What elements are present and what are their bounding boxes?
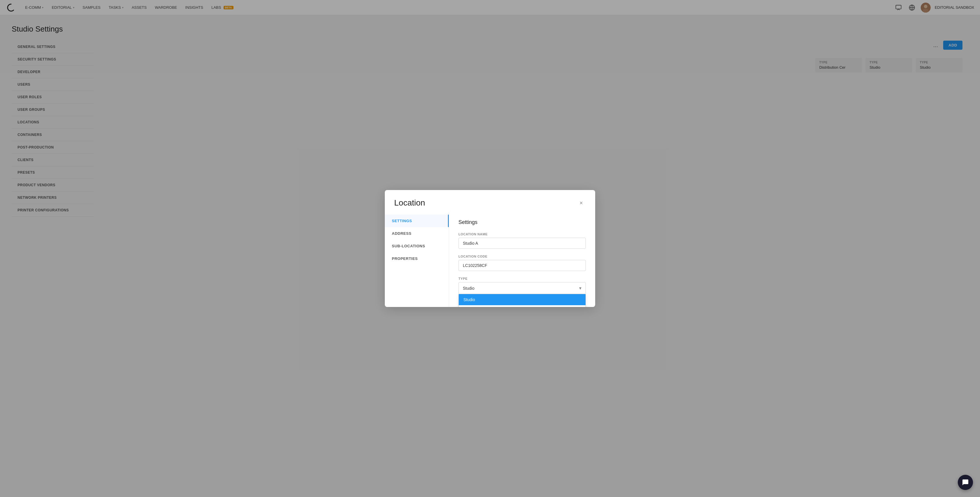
type-label: TYPE (458, 277, 586, 280)
type-selected-value: Studio (463, 286, 474, 291)
settings-section-title: Settings (458, 219, 586, 225)
chevron-down-icon: ▾ (579, 285, 581, 291)
dropdown-option-studio[interactable]: Studio (459, 294, 585, 305)
location-name-group: LOCATION NAME (458, 233, 586, 249)
dropdown-option-set[interactable]: Set (459, 305, 585, 307)
location-code-input[interactable] (458, 260, 586, 271)
dialog-sidebar: SETTINGS ADDRESS SUB-LOCATIONS PROPERTIE… (385, 212, 449, 307)
dialog-header: Location × (385, 190, 595, 212)
tab-settings[interactable]: SETTINGS (385, 215, 449, 227)
type-select[interactable]: Studio ▾ (458, 282, 586, 294)
tab-address[interactable]: ADDRESS (385, 227, 449, 240)
type-select-wrapper: Studio ▾ Studio Set Wardrobe Distributio… (458, 282, 586, 294)
chat-bubble[interactable] (958, 475, 973, 490)
location-code-label: LOCATION CODE (458, 255, 586, 258)
close-button[interactable]: × (576, 198, 586, 207)
type-group: TYPE Studio ▾ Studio Set Wardrobe Distri… (458, 277, 586, 294)
location-code-group: LOCATION CODE (458, 255, 586, 271)
modal-overlay[interactable]: Location × SETTINGS ADDRESS SUB-LOCATION… (0, 0, 980, 497)
tab-sub-locations[interactable]: SUB-LOCATIONS (385, 240, 449, 252)
location-name-input[interactable] (458, 238, 586, 249)
location-dialog: Location × SETTINGS ADDRESS SUB-LOCATION… (385, 190, 595, 307)
tab-properties[interactable]: PROPERTIES (385, 252, 449, 265)
dialog-title: Location (394, 198, 425, 207)
type-dropdown: Studio Set Wardrobe Distribution Center … (458, 294, 586, 307)
dialog-body: SETTINGS ADDRESS SUB-LOCATIONS PROPERTIE… (385, 212, 595, 307)
dialog-main: Settings LOCATION NAME LOCATION CODE TYP… (449, 212, 595, 307)
location-name-label: LOCATION NAME (458, 233, 586, 236)
